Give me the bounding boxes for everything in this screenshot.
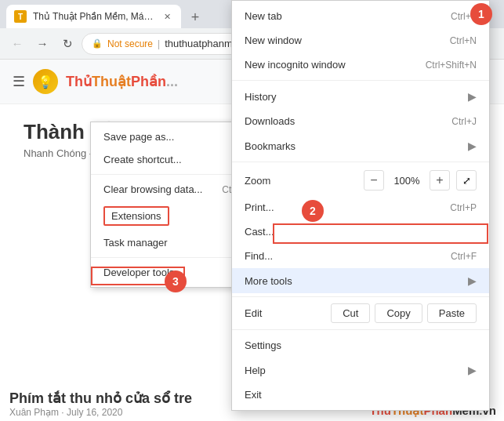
menu-item-print[interactable]: Print... Ctrl+P (232, 195, 489, 220)
menu-divider-1 (232, 80, 489, 81)
chrome-main-menu: New tab Ctrl+T New window Ctrl+N New inc… (231, 0, 490, 411)
menu-divider-4 (232, 329, 489, 330)
zoom-plus-button[interactable]: + (430, 170, 450, 191)
edit-row: Edit Cut Copy Paste (232, 300, 489, 326)
menu-label-exit: Exit (245, 389, 262, 401)
cut-button[interactable]: Cut (331, 303, 370, 323)
site-name-phan: Phần (131, 74, 166, 89)
menu-item-help[interactable]: Help ▶ (232, 357, 489, 383)
menu-label-find: Find... (245, 250, 273, 262)
site-name-thu: Thủ (66, 74, 92, 89)
sub-menu-label-devtools: Developer tools (103, 267, 174, 278)
menu-item-more-tools[interactable]: More tools ▶ (232, 268, 489, 293)
new-tab-button[interactable]: + (184, 6, 206, 28)
tab-title: Thủ Thuật Phần Mềm, Máy Tính... (33, 11, 154, 22)
site-logo: 💡 (33, 69, 58, 94)
menu-divider-3 (232, 296, 489, 297)
zoom-row: Zoom − 100% + ⤢ (232, 165, 489, 195)
annotation-circle-3: 3 (165, 270, 187, 292)
site-name: ThủThuậtPhần... (66, 73, 178, 90)
security-icon: 🔒 (92, 38, 103, 49)
forward-button[interactable]: → (31, 33, 53, 55)
menu-item-new-tab[interactable]: New tab Ctrl+T (232, 4, 489, 28)
hamburger-icon[interactable]: ☰ (13, 73, 25, 90)
zoom-percent: 100% (390, 175, 423, 187)
menu-label-more-tools: More tools (245, 275, 292, 287)
tab-close-button[interactable]: ✕ (161, 10, 173, 23)
menu-label-history: History (245, 91, 276, 103)
sub-menu-label-save: Save page as... (103, 131, 174, 143)
menu-label-settings: Settings (245, 339, 281, 351)
menu-shortcut-downloads: Ctrl+J (451, 116, 477, 127)
menu-item-bookmarks[interactable]: Bookmarks ▶ (232, 133, 489, 158)
site-name-thuat: Thuật (92, 74, 131, 89)
sub-menu-label-taskman: Task manager (103, 237, 168, 249)
menu-arrow-more-tools: ▶ (468, 274, 477, 287)
menu-label-downloads: Downloads (245, 115, 295, 127)
menu-label-new-tab: New tab (245, 10, 282, 22)
back-button[interactable]: ← (6, 33, 28, 55)
menu-label-help: Help (245, 365, 266, 376)
menu-label-bookmarks: Bookmarks (245, 140, 296, 152)
menu-shortcut-new-window: Ctrl+N (450, 35, 477, 46)
menu-divider-2 (232, 162, 489, 162)
paste-button[interactable]: Paste (427, 303, 477, 323)
menu-shortcut-find: Ctrl+F (451, 251, 477, 262)
menu-item-exit[interactable]: Exit (232, 383, 489, 407)
annotation-circle-2: 2 (302, 200, 324, 222)
menu-item-settings[interactable]: Settings (232, 333, 489, 357)
menu-item-history[interactable]: History ▶ (232, 84, 489, 109)
menu-shortcut-incognito: Ctrl+Shift+N (426, 60, 477, 71)
menu-arrow-history: ▶ (468, 90, 477, 103)
menu-item-downloads[interactable]: Downloads Ctrl+J (232, 109, 489, 133)
menu-item-new-window[interactable]: New window Ctrl+N (232, 28, 489, 53)
annotation-circle-1: 1 (470, 3, 492, 25)
menu-label-print: Print... (245, 201, 274, 213)
separator: | (158, 38, 160, 49)
zoom-fullscreen-button[interactable]: ⤢ (456, 170, 477, 191)
menu-arrow-help: ▶ (468, 364, 477, 376)
refresh-button[interactable]: ↻ (56, 33, 78, 55)
menu-label-incognito: New incognito window (245, 59, 346, 71)
zoom-label: Zoom (245, 175, 357, 187)
menu-item-cast[interactable]: Cast... (232, 220, 489, 244)
sub-menu-label-extensions: Extensions (103, 206, 169, 226)
edit-label: Edit (245, 307, 326, 319)
menu-shortcut-print: Ctrl+P (450, 202, 477, 213)
active-tab[interactable]: T Thủ Thuật Phần Mềm, Máy Tính... ✕ (6, 5, 181, 28)
menu-item-find[interactable]: Find... Ctrl+F (232, 244, 489, 268)
zoom-minus-button[interactable]: − (364, 170, 384, 191)
tab-favicon: T (14, 10, 27, 23)
menu-label-new-window: New window (245, 34, 302, 46)
copy-button[interactable]: Copy (375, 303, 422, 323)
menu-arrow-bookmarks: ▶ (468, 140, 477, 152)
menu-item-incognito[interactable]: New incognito window Ctrl+Shift+N (232, 53, 489, 77)
sub-menu-label-shortcut: Create shortcut... (103, 154, 182, 165)
menu-label-cast: Cast... (245, 226, 274, 238)
sub-menu-label-clear: Clear browsing data... (103, 183, 202, 195)
not-secure-label: Not secure (107, 38, 153, 49)
site-name-rest: ... (166, 74, 178, 89)
